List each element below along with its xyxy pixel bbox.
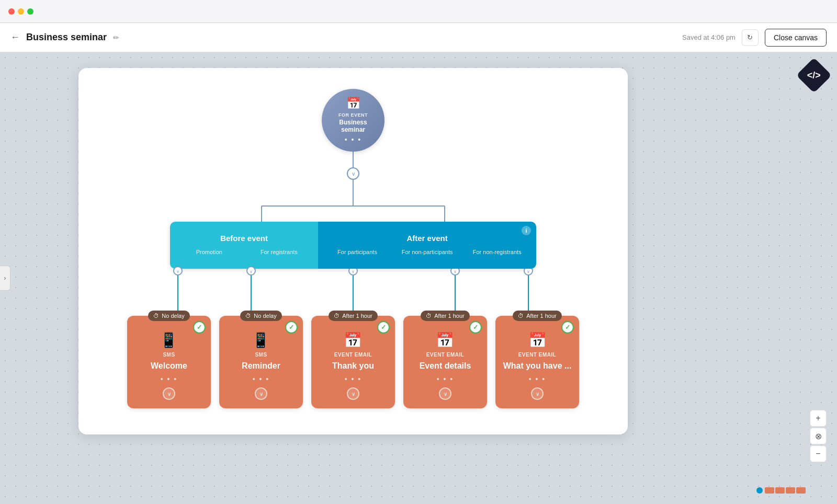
svg-text:∨: ∨ [352, 269, 355, 274]
action-card-email-whatyouhave[interactable]: ✓ 📅 EVENT EMAIL What you have ... • • • … [495, 316, 579, 408]
phase-before[interactable]: Before event Promotion For registrants [170, 222, 318, 269]
branch-lines-bottom: ∨ ∨ ∨ ∨ ∨ [139, 269, 568, 311]
root-connector: ∨ [347, 152, 359, 196]
mini-map-bar [765, 487, 806, 494]
card-content-3: 📅 EVENT EMAIL Thank you [332, 331, 374, 371]
delay-icon-3: ⏱ [334, 313, 340, 319]
phases-bar: Before event Promotion For registrants i… [170, 222, 536, 269]
card-wrapper-email-whatyouhave: ⏱ After 1 hour ✓ 📅 EVENT EMAIL What you … [495, 311, 579, 408]
root-node-title: Business seminar [327, 119, 379, 134]
tab-for-participants[interactable]: For participants [322, 247, 392, 257]
delay-label-5: After 1 hour [526, 313, 556, 319]
tab-for-non-participants[interactable]: For non-participants [392, 247, 462, 257]
action-card-sms-welcome[interactable]: ✓ 📱 SMS Welcome • • • ∨ [127, 316, 211, 408]
card-name-4: Event details [420, 361, 471, 371]
svg-text:∨: ∨ [176, 269, 179, 274]
card-dots-5: • • • [529, 375, 546, 383]
zoom-in-button[interactable]: + [810, 410, 827, 427]
delay-label-3: After 1 hour [342, 313, 372, 319]
card-chevron-2[interactable]: ∨ [255, 387, 267, 400]
card-check-2: ✓ [285, 321, 298, 334]
delay-icon-2: ⏱ [245, 313, 251, 319]
card-dots-4: • • • [437, 375, 454, 383]
toolbar-left: ← Business seminar ✏ [10, 32, 119, 43]
card-check-5: ✓ [561, 321, 574, 334]
svg-text:∨: ∨ [250, 269, 253, 274]
side-toggle-icon: › [4, 274, 6, 282]
minimize-traffic-light[interactable] [18, 8, 24, 15]
root-node-label: FOR EVENT [338, 112, 368, 118]
tab-for-non-registrants[interactable]: For non-registrants [462, 247, 532, 257]
sms-icon-2: 📱 [252, 331, 270, 349]
card-wrapper-email-eventdetails: ⏱ After 1 hour ✓ 📅 EVENT EMAIL Event det… [403, 311, 487, 408]
card-wrapper-sms-welcome: ⏱ No delay ✓ 📱 SMS Welcome • • • ∨ [127, 311, 211, 408]
delay-icon-4: ⏱ [426, 313, 432, 319]
root-chevron[interactable]: ∨ [347, 167, 359, 180]
zoom-out-button[interactable]: − [810, 445, 827, 462]
maximize-traffic-light[interactable] [27, 8, 33, 15]
email-icon-4: 📅 [436, 331, 454, 349]
svg-text:∨: ∨ [527, 269, 530, 274]
card-name-2: Reminder [242, 361, 280, 371]
branch-lines-top [170, 196, 536, 222]
before-tabs: Promotion For registrants [174, 247, 314, 257]
delay-label-2: No delay [254, 313, 276, 319]
saved-status: Saved at 4:06 pm [682, 33, 736, 41]
delay-icon-5: ⏱ [518, 313, 524, 319]
phase-after[interactable]: i After event For participants For non-p… [318, 222, 536, 269]
mini-map-dot [756, 487, 763, 494]
action-card-email-eventdetails[interactable]: ✓ 📅 EVENT EMAIL Event details • • • ∨ [403, 316, 487, 408]
sms-icon-1: 📱 [160, 331, 178, 349]
after-phase-title: After event [406, 234, 447, 243]
canvas-area: › </> 📅 FOR EVENT Business seminar • • •… [0, 52, 837, 504]
action-card-sms-reminder[interactable]: ✓ 📱 SMS Reminder • • • ∨ [219, 316, 303, 408]
back-icon: ← [10, 32, 20, 43]
page-title: Business seminar [26, 32, 107, 43]
before-phase-title: Before event [220, 234, 268, 243]
delay-badge-4: ⏱ After 1 hour [421, 311, 469, 321]
card-content-1: 📱 SMS Welcome [151, 331, 187, 371]
card-check-3: ✓ [377, 321, 390, 334]
delay-badge-3: ⏱ After 1 hour [329, 311, 377, 321]
email-icon-3: 📅 [344, 331, 362, 349]
mini-bar-2 [775, 487, 785, 494]
refresh-button[interactable]: ↻ [742, 29, 759, 46]
root-node[interactable]: 📅 FOR EVENT Business seminar • • • [322, 89, 384, 152]
zoom-controls: + ⊗ − [810, 410, 827, 462]
zoom-reset-button[interactable]: ⊗ [810, 428, 827, 444]
delay-icon-1: ⏱ [153, 313, 159, 319]
action-card-email-thankyou[interactable]: ✓ 📅 EVENT EMAIL Thank you • • • ∨ [311, 316, 395, 408]
card-type-1: SMS [163, 352, 175, 358]
mini-bar-4 [796, 487, 806, 494]
root-node-icon: 📅 [346, 97, 360, 110]
close-canvas-button[interactable]: Close canvas [765, 29, 827, 47]
mini-bar-3 [786, 487, 795, 494]
toolbar-right: Saved at 4:06 pm ↻ Close canvas [682, 29, 827, 47]
side-panel-toggle[interactable]: › [0, 266, 10, 291]
card-wrapper-sms-reminder: ⏱ No delay ✓ 📱 SMS Reminder • • • ∨ [219, 311, 303, 408]
card-chevron-3[interactable]: ∨ [347, 387, 359, 400]
tab-promotion[interactable]: Promotion [174, 247, 244, 257]
card-check-4: ✓ [469, 321, 482, 334]
card-type-5: EVENT EMAIL [518, 352, 557, 358]
card-type-3: EVENT EMAIL [334, 352, 372, 358]
card-chevron-4[interactable]: ∨ [439, 387, 451, 400]
mini-bar-1 [765, 487, 774, 494]
back-button[interactable]: ← [10, 32, 20, 43]
card-dots-1: • • • [161, 375, 177, 383]
window-chrome [0, 0, 837, 23]
edit-icon[interactable]: ✏ [113, 33, 119, 42]
card-chevron-1[interactable]: ∨ [163, 387, 175, 400]
v-line-1 [353, 152, 354, 167]
info-button[interactable]: i [522, 226, 531, 235]
card-content-5: 📅 EVENT EMAIL What you have ... [503, 331, 572, 371]
code-icon-button[interactable]: </> [796, 58, 832, 93]
delay-badge-2: ⏱ No delay [240, 311, 281, 321]
card-check-1: ✓ [193, 321, 206, 334]
close-traffic-light[interactable] [8, 8, 15, 15]
card-content-2: 📱 SMS Reminder [242, 331, 280, 371]
mini-map [756, 487, 806, 494]
tab-for-registrants[interactable]: For registrants [244, 247, 314, 257]
email-icon-5: 📅 [528, 331, 547, 349]
card-chevron-5[interactable]: ∨ [531, 387, 544, 400]
